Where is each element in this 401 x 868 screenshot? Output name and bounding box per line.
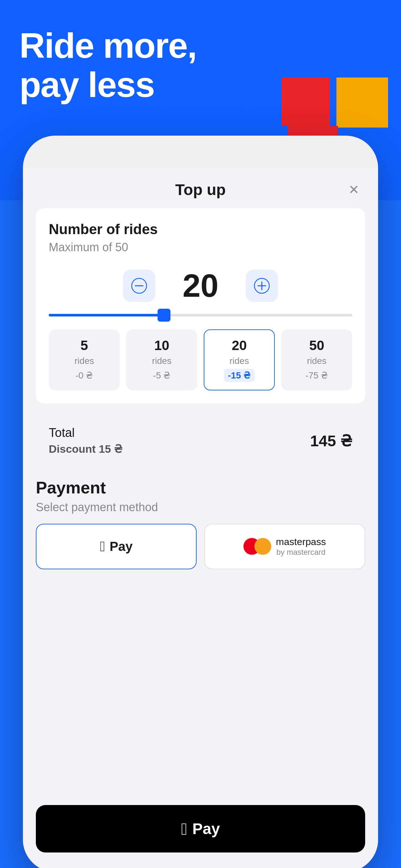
masterpass-logo: masterpassby mastercard (243, 536, 326, 557)
preset-20-number: 20 (232, 338, 247, 353)
payment-subtitle: Select payment method (36, 500, 365, 514)
deco-yellow-square (336, 78, 388, 128)
rides-section-title: Number of rides (49, 221, 352, 237)
payment-methods-grid:  Pay masterpassby mastercard (36, 524, 365, 569)
preset-20-rides[interactable]: 20 rides -15 ₴ (204, 330, 275, 391)
summary-discount-value: 15 ₴ (99, 443, 122, 455)
masterpass-method-button[interactable]: masterpassby mastercard (204, 524, 365, 569)
plus-circle-icon (254, 278, 270, 294)
slider-fill (49, 314, 164, 316)
apple-pay-cta-button[interactable]:  Pay (36, 805, 365, 852)
apple-pay-method-label: Pay (110, 539, 132, 554)
preset-grid: 5 rides -0 ₴ 10 rides -5 ₴ 20 rides -15 … (49, 330, 352, 391)
rides-section-subtitle: Maximum of 50 (49, 241, 352, 254)
deco-red-square-top (281, 78, 330, 126)
masterpass-by: by mastercard (276, 548, 326, 557)
apple-pay-method-button[interactable]:  Pay (36, 524, 197, 569)
rides-card: Number of rides Maximum of 50 20 (36, 208, 365, 403)
rides-count-value: 20 (168, 267, 233, 304)
preset-10-discount: -5 ₴ (149, 369, 175, 382)
payment-section: Payment Select payment method  Pay (23, 478, 378, 569)
preset-5-rides[interactable]: 5 rides -0 ₴ (49, 330, 120, 391)
summary-amount: 145 ₴ (310, 432, 352, 450)
minus-circle-icon (131, 278, 147, 294)
masterpass-text: masterpassby mastercard (276, 536, 326, 557)
apple-icon:  (100, 539, 105, 554)
hero-title-line2: pay less (19, 65, 154, 104)
hero-title-line1: Ride more, (19, 26, 196, 65)
preset-5-label: rides (74, 356, 94, 366)
hero-title: Ride more, pay less (19, 26, 196, 104)
preset-10-number: 10 (154, 338, 169, 353)
preset-20-discount: -15 ₴ (224, 369, 254, 382)
preset-10-rides[interactable]: 10 rides -5 ₴ (126, 330, 197, 391)
summary-discount-row: Discount 15 ₴ (49, 442, 122, 455)
preset-5-number: 5 (81, 338, 88, 353)
rides-counter: 20 (49, 267, 352, 304)
increase-button[interactable] (246, 270, 278, 302)
mastercard-circles (243, 538, 271, 555)
slider-thumb[interactable] (158, 309, 171, 321)
apple-pay-cta-label: Pay (192, 820, 220, 838)
apple-pay-cta-apple-icon:  (181, 820, 187, 837)
mc-yellow-circle (254, 538, 271, 555)
preset-10-label: rides (152, 356, 172, 366)
rides-slider-container (49, 314, 352, 316)
preset-50-number: 50 (309, 338, 325, 353)
close-button[interactable]: × (349, 181, 359, 197)
modal-title: Top up (175, 181, 226, 198)
modal-sheet: Top up × Number of rides Maximum of 50 2… (23, 168, 378, 868)
summary-left: Total Discount 15 ₴ (49, 426, 122, 455)
preset-50-rides[interactable]: 50 rides -75 ₴ (281, 330, 352, 391)
preset-5-discount: -0 ₴ (72, 369, 97, 382)
decrease-button[interactable] (123, 270, 155, 302)
preset-50-discount: -75 ₴ (302, 369, 332, 382)
summary-card: Total Discount 15 ₴ 145 ₴ (36, 413, 365, 468)
phone-frame: Top up × Number of rides Maximum of 50 2… (23, 135, 378, 868)
preset-20-label: rides (229, 356, 249, 366)
payment-title: Payment (36, 478, 365, 497)
modal-header: Top up × (23, 168, 378, 208)
slider-track (49, 314, 352, 316)
summary-total-label: Total (49, 426, 122, 440)
preset-50-label: rides (307, 356, 327, 366)
summary-discount-label: Discount (49, 443, 96, 455)
